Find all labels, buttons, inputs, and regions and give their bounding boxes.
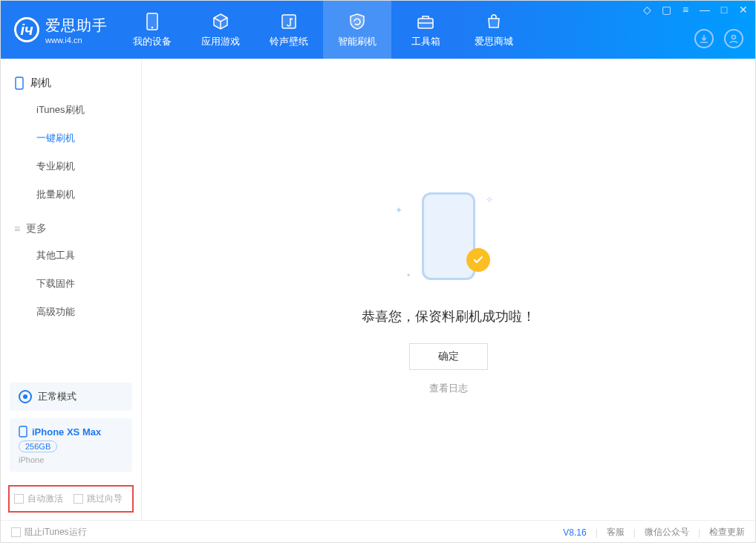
- sidebar: 刷机 iTunes刷机 一键刷机 专业刷机 批量刷机 ≡ 更多 其他工具 下载固…: [1, 59, 142, 520]
- success-illustration: ✦ ✧ •: [382, 184, 515, 288]
- minimize-icon[interactable]: ―: [699, 4, 711, 16]
- nav-store[interactable]: 爱思商城: [460, 1, 528, 59]
- svg-rect-5: [16, 77, 23, 89]
- close-icon[interactable]: ✕: [737, 4, 749, 16]
- download-icon[interactable]: [694, 29, 714, 48]
- sidebar-item-advanced[interactable]: 高级功能: [1, 298, 141, 326]
- logo-area: iч 爱思助手 www.i4.cn: [1, 1, 118, 59]
- svg-rect-6: [19, 426, 27, 437]
- cube-icon: [210, 11, 231, 32]
- sidebar-item-other-tools[interactable]: 其他工具: [1, 241, 141, 270]
- mode-indicator-icon: [19, 390, 32, 403]
- checkbox-icon: [11, 527, 21, 537]
- nav-apps-games[interactable]: 应用游戏: [186, 1, 255, 59]
- checkbox-icon: [14, 494, 24, 504]
- menu-icon[interactable]: ≡: [680, 4, 691, 16]
- flash-options-highlight: 自动激活 跳过向导: [8, 485, 134, 513]
- main-content: ✦ ✧ • 恭喜您，保资料刷机成功啦！ 确定 查看日志: [142, 59, 755, 520]
- window-controls: ◇ ▢ ≡ ― □ ✕: [641, 4, 749, 16]
- success-message: 恭喜您，保资料刷机成功啦！: [362, 308, 535, 325]
- phone-illustration-icon: [422, 192, 475, 280]
- sidebar-item-oneclick-flash[interactable]: 一键刷机: [1, 124, 141, 152]
- version-label: V8.16: [563, 527, 586, 538]
- device-mode-label: 正常模式: [38, 390, 76, 403]
- phone-outline-icon: [14, 77, 25, 90]
- device-mode-box[interactable]: 正常模式: [10, 383, 132, 411]
- toolbox-icon: [415, 11, 436, 32]
- nav-toolbox[interactable]: 工具箱: [391, 1, 460, 59]
- shopping-bag-icon: [483, 11, 504, 32]
- user-icon[interactable]: [724, 29, 743, 48]
- sidebar-group-more[interactable]: ≡ 更多: [1, 216, 141, 241]
- footer-link-update[interactable]: 检查更新: [709, 526, 745, 539]
- checkbox-icon: [74, 494, 83, 504]
- device-phone-icon: [19, 426, 27, 438]
- phone-icon: [142, 11, 163, 32]
- success-check-icon: [466, 248, 490, 272]
- sidebar-item-download-firmware[interactable]: 下载固件: [1, 270, 141, 298]
- device-storage-badge: 256GB: [19, 440, 57, 452]
- sidebar-group-flash[interactable]: 刷机: [1, 71, 141, 96]
- auto-activate-checkbox[interactable]: 自动激活: [14, 492, 63, 505]
- shirt-icon[interactable]: ◇: [641, 4, 653, 16]
- view-log-link[interactable]: 查看日志: [429, 382, 468, 395]
- app-header: iч 爱思助手 www.i4.cn 我的设备 应用游戏 铃声壁纸 智能刷机 工具…: [1, 1, 755, 59]
- device-info-box[interactable]: iPhone XS Max 256GB iPhone: [10, 418, 132, 472]
- app-subtitle: www.i4.cn: [45, 36, 108, 45]
- maximize-icon[interactable]: □: [718, 4, 730, 16]
- music-note-icon: [278, 11, 299, 32]
- box-icon[interactable]: ▢: [660, 4, 672, 16]
- block-itunes-checkbox[interactable]: 阻止iTunes运行: [11, 526, 87, 539]
- top-nav: 我的设备 应用游戏 铃声壁纸 智能刷机 工具箱 爱思商城: [118, 1, 528, 59]
- device-type: iPhone: [19, 455, 123, 464]
- nav-ringtones-wallpapers[interactable]: 铃声壁纸: [255, 1, 323, 59]
- sidebar-item-pro-flash[interactable]: 专业刷机: [1, 152, 141, 181]
- sidebar-item-itunes-flash[interactable]: iTunes刷机: [1, 96, 141, 124]
- footer-link-wechat[interactable]: 微信公众号: [645, 526, 689, 539]
- ok-button[interactable]: 确定: [409, 343, 488, 370]
- footer-link-support[interactable]: 客服: [607, 526, 625, 539]
- refresh-shield-icon: [347, 11, 368, 32]
- header-actions: [694, 29, 743, 48]
- nav-smart-flash[interactable]: 智能刷机: [323, 1, 391, 59]
- app-logo-icon: iч: [14, 17, 39, 42]
- nav-my-device[interactable]: 我的设备: [118, 1, 186, 59]
- sidebar-item-batch-flash[interactable]: 批量刷机: [1, 181, 141, 209]
- svg-point-1: [151, 27, 154, 29]
- device-name: iPhone XS Max: [32, 426, 101, 438]
- app-title: 爱思助手: [45, 16, 108, 36]
- svg-point-4: [732, 36, 736, 39]
- status-bar: 阻止iTunes运行 V8.16 | 客服 | 微信公众号 | 检查更新: [1, 520, 755, 543]
- skip-wizard-checkbox[interactable]: 跳过向导: [74, 492, 123, 505]
- hamburger-icon: ≡: [14, 223, 20, 235]
